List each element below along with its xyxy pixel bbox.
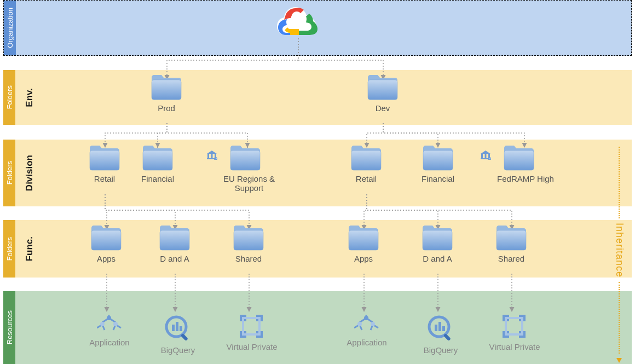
resource-label: Virtual Private <box>487 342 542 351</box>
folder-dev-fedramp: FedRAMP High <box>490 145 561 183</box>
folder-label: Prod <box>151 103 182 113</box>
folder-prod: Prod <box>151 74 182 113</box>
folders-tab-label: Folders <box>5 161 14 184</box>
institution-icon <box>206 150 217 159</box>
resource-prod-vpc: Virtual Private <box>224 315 279 351</box>
resource-dev-application: Application <box>342 315 391 347</box>
folder-dev-danda: D and A <box>422 224 453 263</box>
folder-dev-financial: Financial <box>422 145 454 183</box>
google-cloud-logo-icon <box>277 5 320 42</box>
folder-label: D and A <box>159 254 190 263</box>
resource-label: BigQuery <box>422 345 460 355</box>
folder-label: Financial <box>141 174 174 183</box>
bigquery-icon <box>164 315 192 342</box>
folder-label: Shared <box>495 254 527 263</box>
folder-dev: Dev <box>367 74 399 113</box>
folder-prod-retail: Retail <box>89 145 120 183</box>
resource-prod-application: Application <box>85 315 134 347</box>
folder-prod-apps: Apps <box>90 224 122 263</box>
bigquery-icon <box>427 315 454 342</box>
folder-label: D and A <box>422 254 453 263</box>
resource-label: BigQuery <box>159 345 197 355</box>
resource-dev-vpc: Virtual Private <box>487 315 542 351</box>
folder-label: Apps <box>90 254 122 263</box>
division-row-label: Division <box>20 140 39 206</box>
application-integration-icon <box>354 315 379 334</box>
folders-tab-func: Folders <box>3 220 15 278</box>
folders-tab-label: Folders <box>5 237 14 261</box>
organization-tab: Organization <box>4 1 16 55</box>
folder-label: Dev <box>367 103 399 113</box>
folders-tab-div: Folders <box>3 140 15 206</box>
inheritance-arrow: Inheritance <box>613 142 625 363</box>
folder-dev-retail: Retail <box>350 145 382 183</box>
resource-prod-bigquery: BigQuery <box>159 315 197 355</box>
resources-tab: Resources <box>3 291 15 364</box>
folder-label: Shared <box>233 254 264 263</box>
resource-label: Application <box>85 338 134 347</box>
resource-label: Virtual Private <box>224 342 279 351</box>
arrow-down-icon <box>616 358 622 363</box>
folder-prod-danda: D and A <box>159 224 190 263</box>
folder-label: Retail <box>350 174 382 183</box>
func-row-label: Func. <box>20 220 39 278</box>
resources-tab-label: Resources <box>5 310 14 344</box>
vpc-icon <box>503 315 527 339</box>
folder-dev-shared: Shared <box>495 224 527 263</box>
institution-icon <box>480 150 491 159</box>
organization-tab-label: Organization <box>6 8 14 48</box>
folders-tab-label: Folders <box>5 85 14 109</box>
inheritance-label: Inheritance <box>614 223 625 278</box>
folder-prod-eu: EU Regions & Support <box>216 145 282 193</box>
env-row-label: Env. <box>20 70 39 125</box>
application-integration-icon <box>97 315 122 334</box>
folder-label: Apps <box>348 254 379 263</box>
folder-label: Financial <box>422 174 454 183</box>
resource-label: Application <box>342 338 391 347</box>
folder-prod-financial: Financial <box>141 145 174 183</box>
folder-label: FedRAMP High <box>490 174 561 183</box>
folder-dev-apps: Apps <box>348 224 379 263</box>
folders-tab-env: Folders <box>3 70 15 125</box>
folder-label: Retail <box>89 174 120 183</box>
folder-label: EU Regions & Support <box>216 174 282 193</box>
vpc-icon <box>240 315 264 339</box>
resource-dev-bigquery: BigQuery <box>422 315 460 355</box>
folder-prod-shared: Shared <box>233 224 264 263</box>
env-band: Folders Env. <box>3 70 632 125</box>
